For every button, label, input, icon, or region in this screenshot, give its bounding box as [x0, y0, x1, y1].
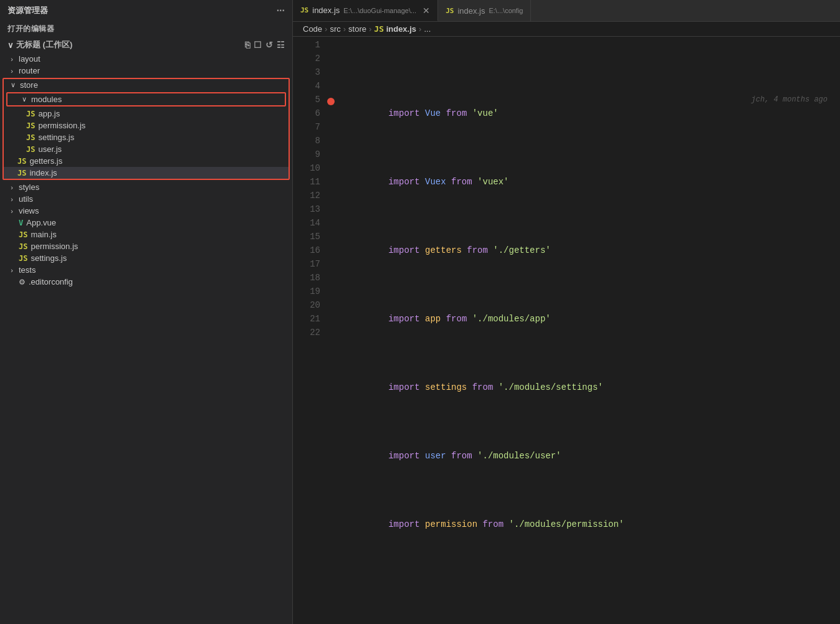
folder-label: tests — [19, 265, 36, 275]
tree-item-views[interactable]: › views — [0, 205, 292, 217]
ln-3: 3 — [298, 65, 320, 79]
code-editor[interactable]: 1 2 3 4 5 6 7 8 9 10 11 12 13 14 15 16 1… — [293, 37, 840, 624]
tab-label: index.js — [312, 6, 340, 15]
file-label: settings.js — [38, 133, 74, 142]
tree-item-store[interactable]: ∨ store — [4, 79, 289, 91]
ln-17: 17 — [298, 257, 320, 271]
ln-8: 8 — [298, 134, 320, 148]
breadcrumb-sep: › — [369, 24, 371, 34]
breadcrumb-item[interactable]: ... — [424, 24, 431, 34]
arrow-icon: › — [7, 55, 16, 63]
js-icon: JS — [26, 145, 35, 154]
new-folder-icon[interactable]: ☐ — [254, 40, 262, 50]
ln-9: 9 — [298, 148, 320, 161]
tree-item-modules[interactable]: ∨ modules — [7, 93, 285, 105]
code-line-7: import permission from './modules/permis… — [346, 504, 840, 518]
ln-16: 16 — [298, 243, 320, 257]
tree-item-styles[interactable]: › styles — [0, 181, 292, 193]
vue-icon: V — [19, 219, 23, 227]
tab-label: index.js — [457, 6, 485, 16]
tab-bar: JS index.js E:\...\duoGui-manage\... ✕ J… — [293, 0, 840, 22]
sidebar-header: 资源管理器 ··· — [0, 0, 292, 21]
tab-index-js-1[interactable]: JS index.js E:\...\duoGui-manage\... ✕ — [293, 0, 438, 21]
breadcrumb-item[interactable]: store — [348, 24, 366, 34]
breadcrumb-item[interactable]: JS index.js — [374, 24, 416, 34]
tab-js-icon: JS — [446, 7, 454, 15]
tree-item-app-vue[interactable]: › V App.vue — [0, 217, 292, 229]
new-file-icon[interactable]: ⎘ — [245, 40, 250, 50]
file-label: permission.js — [38, 121, 85, 130]
code-line-6: import user from './modules/user' — [346, 435, 840, 449]
tree-item-permission-js[interactable]: JS permission.js — [4, 120, 289, 131]
sidebar: 资源管理器 ··· 打开的编辑器 ∨ 无标题 (工作区) ⎘ ☐ ↺ ☷ › l… — [0, 0, 293, 624]
breadcrumb-item[interactable]: src — [330, 24, 340, 34]
workspace-section: ∨ 无标题 (工作区) ⎘ ☐ ↺ ☷ — [0, 37, 292, 53]
folder-label: layout — [19, 54, 41, 64]
code-line-8 — [346, 572, 840, 586]
workspace-actions: ⎘ ☐ ↺ ☷ — [245, 40, 285, 50]
code-line-2: import Vuex from 'vuex' — [346, 161, 840, 175]
js-icon: JS — [26, 121, 35, 130]
breadcrumb-item[interactable]: Code — [303, 24, 322, 34]
tree-item-getters-js[interactable]: JS getters.js — [4, 155, 289, 167]
config-icon: ⚙ — [19, 278, 26, 286]
ln-19: 19 — [298, 285, 320, 298]
arrow-icon: › — [7, 196, 16, 203]
tab-close-icon[interactable]: ✕ — [422, 6, 430, 16]
code-line-3: import getters from './getters' — [346, 230, 840, 243]
collapse-icon[interactable]: ☷ — [277, 40, 285, 50]
code-line-4: import app from './modules/app' — [346, 298, 840, 312]
file-label: settings.js — [31, 253, 67, 263]
code-content[interactable]: import Vue from 'vue' jch, 4 months ago … — [336, 37, 840, 624]
file-label: index.js — [29, 168, 57, 177]
folder-label: modules — [31, 95, 62, 104]
ln-20: 20 — [298, 298, 320, 312]
js-icon: JS — [17, 157, 26, 166]
tree-item-index-js[interactable]: JS index.js — [4, 167, 289, 179]
tree-item-editorconfig[interactable]: › ⚙ .editorconfig — [0, 276, 292, 288]
tree-item-user-js[interactable]: JS user.js — [4, 143, 289, 155]
arrow-icon: › — [7, 184, 16, 191]
refresh-icon[interactable]: ↺ — [265, 40, 273, 50]
modules-highlight-box: ∨ modules — [6, 92, 286, 106]
ln-1: 1 — [298, 38, 320, 52]
breadcrumb-sep: › — [325, 24, 327, 34]
file-label: user.js — [38, 144, 62, 154]
breadcrumb-sep: › — [419, 24, 421, 34]
more-icon[interactable]: ··· — [277, 5, 285, 16]
file-tree: › layout › router ∨ store ∨ modules — [0, 53, 292, 624]
file-label: permission.js — [31, 242, 78, 251]
sidebar-title: 资源管理器 — [7, 5, 48, 16]
editor-area: JS index.js E:\...\duoGui-manage\... ✕ J… — [293, 0, 840, 624]
tree-item-main-js[interactable]: › JS main.js — [0, 229, 292, 240]
tree-item-tests[interactable]: › tests — [0, 264, 292, 276]
tree-item-app-js[interactable]: JS app.js — [4, 108, 289, 120]
folder-label: styles — [19, 182, 39, 192]
open-editors-label: 打开的编辑器 — [0, 21, 292, 37]
tab-path: E:\...\config — [489, 7, 523, 14]
arrow-icon: › — [7, 67, 16, 75]
tree-item-router[interactable]: › router — [0, 65, 292, 77]
tab-index-js-2[interactable]: JS index.js E:\...\config — [438, 0, 531, 21]
arrow-icon: › — [7, 267, 16, 274]
code-line-5: import settings from './modules/settings… — [346, 367, 840, 381]
tree-item-permission-root[interactable]: › JS permission.js — [0, 240, 292, 252]
file-label: .editorconfig — [29, 277, 73, 286]
arrow-icon: › — [7, 207, 16, 215]
js-icon: JS — [19, 242, 27, 251]
arrow-icon: ∨ — [20, 95, 29, 103]
js-icon: JS — [19, 254, 27, 263]
tree-item-settings-root[interactable]: › JS settings.js — [0, 252, 292, 264]
ln-14: 14 — [298, 216, 320, 230]
tree-item-layout[interactable]: › layout — [0, 53, 292, 65]
tree-item-settings-js[interactable]: JS settings.js — [4, 131, 289, 143]
ln-6: 6 — [298, 106, 320, 120]
store-highlight-box: ∨ store ∨ modules JS app.js JS permissio… — [2, 78, 290, 180]
breadcrumb: Code › src › store › JS index.js › ... — [293, 22, 840, 37]
ln-2: 2 — [298, 52, 320, 65]
workspace-label: 无标题 (工作区) — [16, 39, 72, 50]
tree-item-utils[interactable]: › utils — [0, 193, 292, 205]
js-icon: JS — [26, 133, 35, 142]
folder-label: store — [20, 80, 38, 90]
ln-12: 12 — [298, 189, 320, 202]
